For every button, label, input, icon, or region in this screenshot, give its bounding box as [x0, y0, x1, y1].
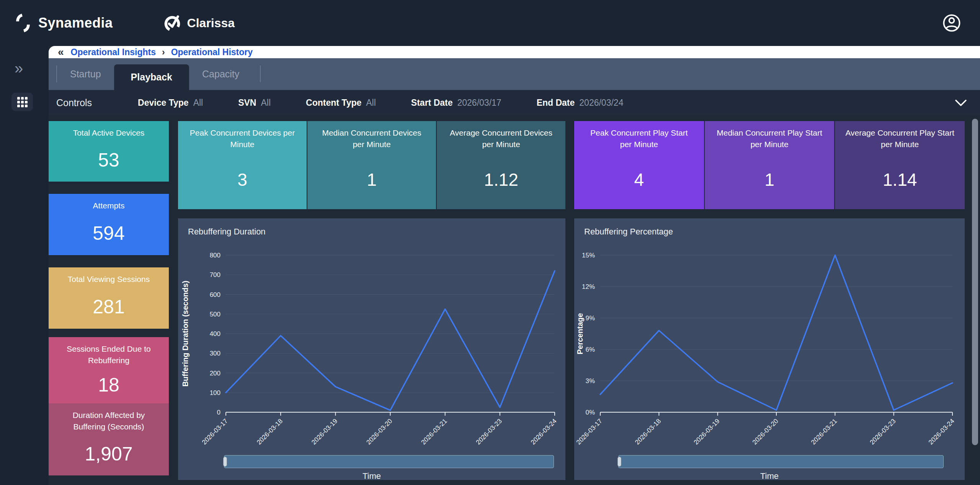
- dashboard-content: Total Active Devices 53 Attempts 594 Tot…: [49, 116, 980, 485]
- svg-text:2026-03-18: 2026-03-18: [255, 417, 284, 446]
- svg-text:2026-03-24: 2026-03-24: [529, 417, 558, 446]
- kpi-card-attempts: Attempts 594: [49, 194, 169, 255]
- filter-start-date[interactable]: Start Date 2026/03/17: [411, 98, 501, 108]
- tab-playback[interactable]: Playback: [114, 64, 189, 90]
- svg-text:15%: 15%: [582, 252, 595, 259]
- kpi-value: 1,907: [85, 433, 132, 475]
- svg-text:700: 700: [210, 271, 220, 279]
- kpi-label: Total Active Devices: [63, 121, 155, 139]
- kpi-value: 281: [93, 285, 124, 329]
- svg-text:2026-03-19: 2026-03-19: [693, 417, 721, 446]
- kpi-value: 18: [98, 367, 119, 403]
- filter-value: 2026/03/24: [579, 98, 623, 108]
- kpi-label: Median Concurrent Devices per Minute: [307, 121, 436, 151]
- svg-text:2026-03-24: 2026-03-24: [927, 417, 956, 446]
- svg-text:2026-03-20: 2026-03-20: [751, 417, 780, 446]
- tab-startup[interactable]: Startup: [57, 58, 114, 90]
- svg-text:12%: 12%: [582, 283, 595, 290]
- rebuffering-duration-chart[interactable]: 01002003004005006007008002026-03-172026-…: [178, 240, 565, 454]
- breadcrumb-back-icon[interactable]: «: [58, 47, 64, 57]
- kpi-value: 1: [764, 151, 774, 209]
- brand-name: Synamedia: [38, 15, 113, 31]
- svg-text:0%: 0%: [585, 409, 595, 416]
- play-start-kpi-row: Peak Concurrent Play Start per Minute 4 …: [574, 121, 965, 209]
- play-start-section: Peak Concurrent Play Start per Minute 4 …: [574, 121, 965, 480]
- kpi-label: Peak Concurrent Play Start per Minute: [574, 121, 704, 151]
- kpi-value: 1: [367, 151, 377, 209]
- kpi-card-average-play-start: Average Concurrent Play Start per Minute…: [835, 121, 965, 209]
- filter-label: Start Date: [411, 98, 453, 108]
- chevron-down-icon[interactable]: [955, 99, 967, 107]
- svg-text:100: 100: [210, 389, 220, 397]
- kpi-label: Sessions Ended Due to Rebuffering: [49, 337, 169, 367]
- svg-text:2026-03-19: 2026-03-19: [310, 417, 339, 446]
- svg-text:600: 600: [210, 291, 220, 298]
- app-root: Synamedia Clarissa » « Operational Insig…: [0, 0, 980, 485]
- product-name: Clarissa: [187, 16, 235, 30]
- time-range-slider[interactable]: [224, 455, 554, 468]
- concurrent-devices-section: Peak Concurrent Devices per Minute 3 Med…: [178, 121, 565, 480]
- slider-handle-left[interactable]: [617, 457, 621, 467]
- controls-title: Controls: [56, 97, 92, 108]
- kpi-card-duration-affected-buffering: Duration Affected by Buffering (Seconds)…: [49, 403, 169, 475]
- kpi-value: 594: [93, 211, 124, 255]
- x-axis-title: Time: [178, 471, 565, 481]
- filter-end-date[interactable]: End Date 2026/03/24: [537, 98, 624, 108]
- x-axis-title: Time: [574, 471, 965, 481]
- kpi-label: Average Concurrent Play Start per Minute: [835, 121, 965, 151]
- svg-text:0: 0: [217, 409, 220, 416]
- concurrent-devices-kpi-row: Peak Concurrent Devices per Minute 3 Med…: [178, 121, 565, 209]
- chart-panel-rebuffering-percentage: Rebuffering Percentage 0%3%6%9%12%15%202…: [574, 218, 965, 480]
- svg-text:400: 400: [210, 330, 220, 338]
- time-range-slider[interactable]: [618, 455, 944, 468]
- rebuffering-percentage-chart[interactable]: 0%3%6%9%12%15%2026-03-172026-03-182026-0…: [574, 240, 965, 454]
- svg-text:Percentage: Percentage: [576, 313, 584, 354]
- tab-divider: [260, 66, 261, 82]
- top-header: Synamedia Clarissa: [0, 0, 980, 46]
- chart-title: Rebuffering Percentage: [574, 218, 965, 240]
- kpi-value: 4: [634, 151, 644, 209]
- kpi-card-total-active-devices: Total Active Devices 53: [49, 121, 169, 182]
- kpi-card-median-concurrent-devices: Median Concurrent Devices per Minute 1: [307, 121, 436, 209]
- breadcrumb: « Operational Insights › Operational His…: [49, 46, 980, 58]
- controls-bar: Controls Device Type All SVN All Content…: [49, 90, 980, 116]
- tab-bar: Startup Playback Capacity: [49, 58, 980, 90]
- kpi-value: 3: [237, 151, 247, 209]
- kpi-card-peak-play-start: Peak Concurrent Play Start per Minute 4: [574, 121, 704, 209]
- kpi-value: 1.14: [883, 151, 917, 209]
- svg-text:2026-03-21: 2026-03-21: [420, 417, 449, 446]
- kpi-card-total-viewing-sessions: Total Viewing Sessions 281: [49, 267, 169, 329]
- kpi-label: Attempts: [83, 194, 135, 211]
- kpi-label: Median Concurrent Play Start per Minute: [705, 121, 835, 151]
- kpi-card-sessions-ended-rebuffering: Sessions Ended Due to Rebuffering 18: [49, 337, 169, 403]
- kpi-label: Total Viewing Sessions: [58, 267, 160, 285]
- kpi-value: 1.12: [484, 151, 518, 209]
- chart-title: Rebuffering Duration: [178, 218, 565, 240]
- chart-panel-rebuffering-duration: Rebuffering Duration 0100200300400500600…: [178, 218, 565, 480]
- breadcrumb-link-operational-insights[interactable]: Operational Insights: [71, 47, 156, 57]
- filter-svn[interactable]: SVN All: [238, 98, 271, 108]
- kpi-card-peak-concurrent-devices: Peak Concurrent Devices per Minute 3: [178, 121, 307, 209]
- left-sidebar: »: [0, 46, 49, 485]
- svg-text:2026-03-23: 2026-03-23: [869, 417, 897, 446]
- tab-capacity[interactable]: Capacity: [189, 58, 252, 90]
- svg-text:2026-03-18: 2026-03-18: [634, 417, 662, 446]
- user-account-icon[interactable]: [942, 13, 962, 33]
- filter-value: 2026/03/17: [457, 98, 501, 108]
- svg-text:2026-03-21: 2026-03-21: [810, 417, 838, 446]
- sidebar-expand-icon[interactable]: »: [15, 61, 49, 76]
- filter-label: SVN: [238, 98, 256, 108]
- filter-content-type[interactable]: Content Type All: [306, 98, 376, 108]
- kpi-label: Duration Affected by Buffering (Seconds): [49, 403, 169, 433]
- breadcrumb-link-operational-history[interactable]: Operational History: [171, 47, 253, 57]
- synamedia-logo: Synamedia: [13, 13, 113, 33]
- filter-label: Device Type: [138, 98, 189, 108]
- filter-value: All: [261, 98, 271, 108]
- svg-text:2026-03-20: 2026-03-20: [365, 417, 394, 446]
- vertical-scrollbar[interactable]: [972, 119, 978, 445]
- kpi-card-average-concurrent-devices: Average Concurrent Devices per Minute 1.…: [437, 121, 565, 209]
- apps-grid-button[interactable]: [11, 93, 33, 111]
- svg-text:9%: 9%: [585, 315, 595, 322]
- slider-handle-left[interactable]: [223, 457, 227, 467]
- filter-device-type[interactable]: Device Type All: [138, 98, 203, 108]
